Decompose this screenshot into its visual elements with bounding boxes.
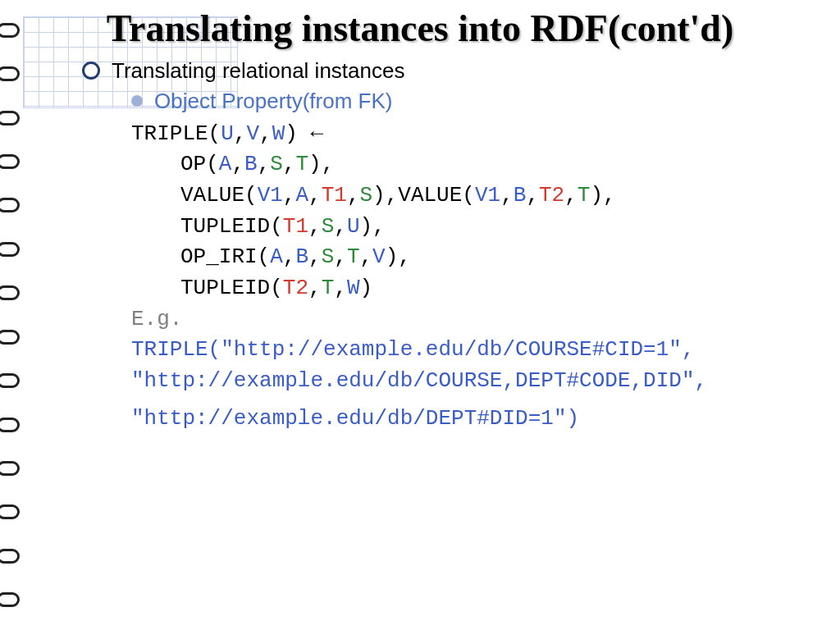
- bullet-text: Translating relational instances: [112, 58, 404, 84]
- code-line-2: OP(A,B,S,T),: [131, 149, 840, 180]
- slide-content: Translating relational instances Object …: [82, 58, 840, 435]
- code-line-4: TUPLEID(T1,S,U),: [131, 212, 840, 243]
- code-line-6: TUPLEID(T2,T,W): [131, 273, 840, 304]
- bullet-text: Object Property(from FK): [154, 89, 392, 114]
- bullet-icon: [82, 62, 100, 80]
- slide-title: Translating instances into RDF(cont'd): [33, 8, 807, 50]
- code-block: TRIPLE(U,V,W) ← OP(A,B,S,T), VALUE(V1,A,…: [131, 119, 840, 435]
- code-line-1: TRIPLE(U,V,W) ←: [131, 119, 840, 150]
- bullet-translating-instances: Translating relational instances: [82, 58, 840, 84]
- code-line-5: OP_IRI(A,B,S,T,V),: [131, 242, 840, 273]
- bullet-object-property: Object Property(from FK): [131, 89, 840, 114]
- spiral-binding: [0, 0, 18, 630]
- example-line-2: "http://example.edu/db/COURSE,DEPT#CODE,…: [131, 366, 840, 397]
- bullet-icon: [131, 95, 143, 107]
- example-label: E.g.: [131, 304, 840, 336]
- example-line-3: "http://example.edu/db/DEPT#DID=1"): [131, 404, 840, 435]
- example-line-1: TRIPLE("http://example.edu/db/COURSE#CID…: [131, 335, 840, 366]
- code-line-3: VALUE(V1,A,T1,S),VALUE(V1,B,T2,T),: [131, 180, 840, 212]
